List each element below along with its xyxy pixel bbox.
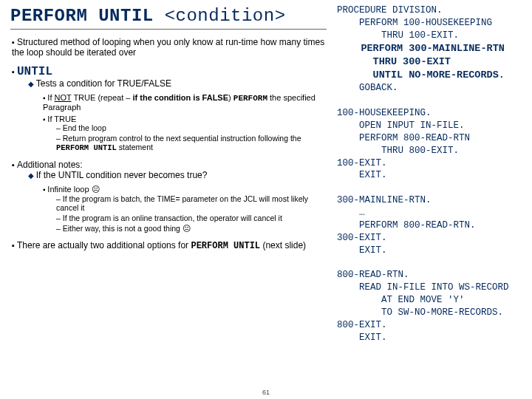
if-not-true: If NOT TRUE (repeat – if the condition i… <box>43 93 327 112</box>
code-line: EXIT. <box>337 170 387 180</box>
code-line: AT END MOVE 'Y' <box>337 295 465 305</box>
code-line: 800-READ-RTN. <box>337 270 409 280</box>
code-line: OPEN INPUT IN-FILE. <box>337 120 465 131</box>
code-line: THRU 800-EXIT. <box>337 146 459 156</box>
infinite-loop: Infinite loop ☹ If the program is batch,… <box>43 185 327 233</box>
intro-bullet: Structured method of looping when you on… <box>12 37 327 58</box>
code-line: READ IN-FILE INTO WS-RECORD <box>337 282 509 293</box>
inf-batch: If the program is batch, the TIME= param… <box>56 194 327 212</box>
true-end-loop: End the loop <box>56 123 327 132</box>
code-line: GOBACK. <box>337 83 398 93</box>
title-keyword: PERFORM UNTIL <box>10 6 154 26</box>
if-true: If TRUE End the loop Return program cont… <box>43 115 327 152</box>
code-line: PERFORM 100-HOUSEKEEPING <box>337 18 492 28</box>
page-number: 61 <box>262 389 270 396</box>
until-bullet: UNTIL Tests a condition for TRUE/FALSE I… <box>12 65 327 152</box>
slide-title: PERFORM UNTIL <condition> <box>10 6 327 30</box>
code-line: 800-EXIT. <box>337 320 387 330</box>
left-column: PERFORM UNTIL <condition> Structured met… <box>0 0 332 399</box>
additional-notes: Additional notes: If the UNTIL condition… <box>12 160 327 233</box>
code-line: 100-EXIT. <box>337 158 387 168</box>
true-return: Return program control to the next seque… <box>56 134 327 152</box>
code-line-bold: THRU 300-EXIT <box>337 56 451 67</box>
code-line: 300-MAINLINE-RTN. <box>337 195 432 205</box>
inf-bad: Either way, this is not a good thing ☹ <box>56 224 327 233</box>
until-sub: Tests a condition for TRUE/FALSE <box>28 78 327 89</box>
code-line-bold: UNTIL NO-MORE-RECORDS. <box>337 69 505 81</box>
two-options: There are actually two additional option… <box>12 240 327 251</box>
code-line: PERFORM 800-READ-RTN <box>337 133 470 143</box>
code-line: 100-HOUSEKEEPING. <box>337 108 432 118</box>
code-line-bold: PERFORM 300-MAINLINE-RTN <box>337 43 505 54</box>
code-line: 300-EXIT. <box>337 233 387 243</box>
code-line: PERFORM 800-READ-RTN. <box>337 220 476 231</box>
code-line: … <box>337 208 365 218</box>
until-keyword: UNTIL <box>17 65 52 78</box>
title-param: <condition> <box>165 6 286 26</box>
code-line: THRU 100-EXIT. <box>337 30 459 41</box>
never-true-q: If the UNTIL condition never becomes tru… <box>28 170 327 180</box>
inf-online: If the program is an online transaction,… <box>56 214 327 222</box>
code-line: EXIT. <box>337 332 387 343</box>
code-line: TO SW-NO-MORE-RECORDS. <box>337 307 503 318</box>
code-column: PROCEDURE DIVISION. PERFORM 100-HOUSEKEE… <box>332 0 532 399</box>
code-line: PROCEDURE DIVISION. <box>337 5 443 16</box>
code-line: EXIT. <box>337 245 387 256</box>
